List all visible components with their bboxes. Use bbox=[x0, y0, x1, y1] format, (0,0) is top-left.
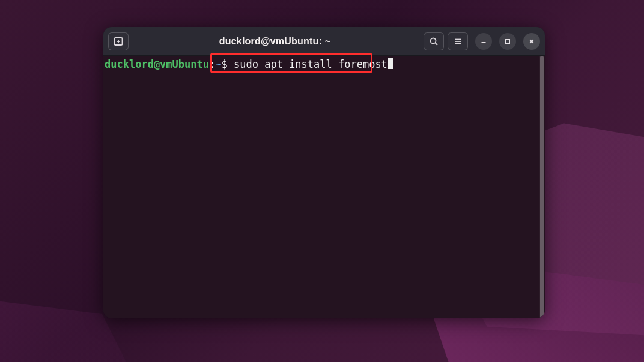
prompt-line: ducklord@vmUbuntu:~$ sudo apt install fo… bbox=[105, 57, 393, 100]
scrollbar-thumb[interactable] bbox=[540, 56, 544, 318]
close-button[interactable] bbox=[523, 33, 540, 50]
minimize-button[interactable] bbox=[475, 33, 492, 50]
prompt-user-host: ducklord@vmUbuntu bbox=[105, 58, 209, 70]
terminal-cursor bbox=[388, 58, 393, 69]
svg-rect-9 bbox=[506, 39, 509, 43]
window-title: ducklord@vmUbuntu: ~ bbox=[132, 36, 420, 47]
titlebar: ducklord@vmUbuntu: ~ bbox=[103, 27, 545, 56]
close-icon bbox=[528, 38, 535, 45]
search-icon bbox=[429, 37, 439, 46]
svg-point-3 bbox=[431, 38, 436, 43]
prompt-dollar: $ bbox=[222, 58, 234, 70]
prompt-colon: : bbox=[209, 58, 215, 70]
svg-line-4 bbox=[436, 43, 437, 44]
maximize-icon bbox=[504, 38, 511, 45]
terminal-window: ducklord@vmUbuntu: ~ bbox=[103, 27, 545, 318]
prompt-path: ~ bbox=[215, 58, 221, 70]
scrollbar-track[interactable] bbox=[539, 56, 544, 318]
maximize-button[interactable] bbox=[499, 33, 516, 50]
command-text: sudo apt install foremost bbox=[234, 58, 387, 70]
search-button[interactable] bbox=[424, 32, 444, 50]
menu-button[interactable] bbox=[448, 32, 468, 50]
new-tab-button[interactable] bbox=[108, 32, 129, 50]
terminal-viewport[interactable]: ducklord@vmUbuntu:~$ sudo apt install fo… bbox=[103, 56, 545, 318]
new-tab-icon bbox=[113, 36, 124, 47]
minimize-icon bbox=[480, 38, 487, 45]
hamburger-icon bbox=[453, 37, 463, 46]
